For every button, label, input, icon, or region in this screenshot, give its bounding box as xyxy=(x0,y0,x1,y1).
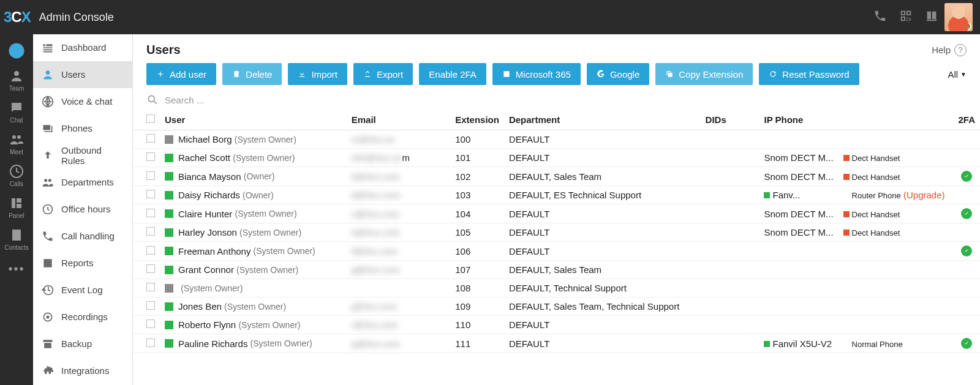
row-checkbox[interactable] xyxy=(146,246,155,255)
user-role: (System Owner) xyxy=(239,228,301,237)
sidebar-item-dashboard[interactable]: Dashboard xyxy=(33,34,132,61)
row-checkbox[interactable] xyxy=(146,227,155,236)
enable-2fa-button[interactable]: Enable 2FA xyxy=(419,63,486,85)
app-title: Admin Console xyxy=(39,11,114,24)
sidebar-item-integrations[interactable]: Integrations xyxy=(33,357,132,384)
report-icon xyxy=(42,257,54,269)
phone-label xyxy=(839,297,954,316)
table-row[interactable]: Michael Borg (System Owner)m@3cx.ex100DE… xyxy=(133,130,980,149)
app-rail: Team Chat Meet Calls Panel Contacts ••• xyxy=(0,34,33,385)
row-checkbox[interactable] xyxy=(146,283,155,291)
import-button[interactable]: Import xyxy=(288,63,347,85)
main-panel: Users Help? Add user Delete Import Expor… xyxy=(133,34,980,385)
rail-contacts[interactable]: Contacts xyxy=(4,228,28,251)
sidebar-item-eventlog[interactable]: Event Log xyxy=(33,277,132,304)
table-row[interactable]: Roberto Flynn (System Owner)r@3cx.com110… xyxy=(133,316,980,334)
sidebar-item-phones[interactable]: Phones xyxy=(33,115,132,142)
ip-phone: Fanvil X5U-V2 xyxy=(759,334,838,353)
sidebar-item-outbound[interactable]: Outbound Rules xyxy=(33,142,132,169)
sidebar-item-office[interactable]: Office hours xyxy=(33,196,132,223)
check-icon xyxy=(961,208,972,219)
table-row[interactable]: Daisy Richards (Owner)d@3cx.com103DEFAUL… xyxy=(133,186,980,204)
table-row[interactable]: Freeman Anthony (System Owner)f@3cx.com1… xyxy=(133,242,980,261)
dial-icon[interactable] xyxy=(873,9,887,25)
row-checkbox[interactable] xyxy=(146,134,155,143)
sidebar-item-backup[interactable]: Backup xyxy=(33,331,132,357)
puzzle-icon xyxy=(42,365,54,377)
extension: 110 xyxy=(450,316,504,334)
col-user[interactable]: User xyxy=(160,110,347,130)
help-link[interactable]: Help? xyxy=(932,44,967,56)
row-checkbox[interactable] xyxy=(146,264,155,273)
ip-phone xyxy=(759,261,838,279)
rail-panel[interactable]: Panel xyxy=(9,196,24,219)
add-user-button[interactable]: Add user xyxy=(146,63,216,85)
table-row[interactable]: Rachel Scott (System Owner)info@3cx.com1… xyxy=(133,149,980,167)
row-checkbox[interactable] xyxy=(146,209,155,217)
book-icon[interactable] xyxy=(925,9,938,25)
sidebar-item-reports[interactable]: Reports xyxy=(33,250,132,277)
svg-point-4 xyxy=(47,315,50,318)
copy-extension-button[interactable]: Copy Extension xyxy=(655,63,753,85)
svg-point-1 xyxy=(13,47,20,54)
reset-password-button[interactable]: Reset Password xyxy=(759,63,859,85)
sidebar-item-users[interactable]: Users xyxy=(33,61,132,88)
table-row[interactable]: Pauline Richards (System Owner)p@3cx.com… xyxy=(133,334,980,353)
extension: 106 xyxy=(450,242,504,261)
row-checkbox[interactable] xyxy=(146,190,155,198)
sidebar-item-voice[interactable]: Voice & chat xyxy=(33,88,132,115)
extension: 109 xyxy=(450,297,504,316)
sidebar-item-callhandling[interactable]: Call handling xyxy=(33,223,132,250)
delete-button[interactable]: Delete xyxy=(222,63,282,85)
search-input[interactable] xyxy=(165,95,967,105)
col-2fa[interactable]: 2FA xyxy=(953,110,980,130)
col-ip[interactable]: IP Phone xyxy=(759,110,838,130)
row-checkbox[interactable] xyxy=(146,152,155,161)
filter-dropdown[interactable]: All▼ xyxy=(948,69,967,80)
google-button[interactable]: Google xyxy=(587,63,649,85)
col-ext[interactable]: Extension xyxy=(450,110,504,130)
table-row[interactable]: Bianca Mayson (Owner)b@3cx.com102DEFAULT… xyxy=(133,167,980,186)
row-checkbox[interactable] xyxy=(146,171,155,180)
clock-icon xyxy=(42,203,54,215)
record-icon xyxy=(42,311,54,323)
rail-more[interactable]: ••• xyxy=(8,260,24,276)
table-row[interactable]: Harley Jonson (System Owner)h@3cx.com105… xyxy=(133,223,980,242)
sidebar-item-departments[interactable]: Departments xyxy=(33,169,132,196)
rail-chat[interactable]: Chat xyxy=(9,100,24,124)
table-row[interactable]: Jones Ben (System Owner)j@3cx.com109DEFA… xyxy=(133,297,980,316)
status-square xyxy=(165,172,173,181)
qr-icon[interactable] xyxy=(899,9,913,25)
row-checkbox[interactable] xyxy=(146,338,155,347)
status-square xyxy=(165,284,173,293)
table-row[interactable]: (System Owner)108DEFAULT, Technical Supp… xyxy=(133,279,980,297)
export-button[interactable]: Export xyxy=(353,63,413,85)
col-dept[interactable]: Department xyxy=(504,110,701,130)
row-checkbox[interactable] xyxy=(146,320,155,328)
rail-calls[interactable]: Calls xyxy=(9,164,24,187)
rail-meet[interactable]: Meet xyxy=(9,132,24,155)
phone-label xyxy=(839,130,954,149)
sidebar-item-recordings[interactable]: Recordings xyxy=(33,304,132,331)
table-row[interactable]: Grant Connor (System Owner)g@3cx.com107D… xyxy=(133,261,980,279)
select-all-checkbox[interactable] xyxy=(146,114,155,123)
department: DEFAULT, Sales Team, Technical Support xyxy=(504,297,701,316)
ip-phone: Snom DECT M... xyxy=(759,149,838,167)
col-dids[interactable]: DIDs xyxy=(701,110,760,130)
sidebar-item-label: Departments xyxy=(61,177,114,187)
status-square xyxy=(165,247,173,255)
user-name: Roberto Flynn xyxy=(178,320,236,330)
table-row[interactable]: Claire Hunter (System Owner)c@3cx.com104… xyxy=(133,204,980,223)
help-icon: ? xyxy=(954,44,967,56)
col-email[interactable]: Email xyxy=(347,110,450,130)
sidebar-item-label: Voice & chat xyxy=(61,96,112,107)
row-checkbox[interactable] xyxy=(146,301,155,310)
rail-admin-icon[interactable] xyxy=(7,42,26,60)
user-avatar[interactable] xyxy=(944,3,973,31)
status-square xyxy=(165,154,173,162)
rail-team[interactable]: Team xyxy=(9,69,24,92)
department: DEFAULT xyxy=(504,242,701,261)
extension: 104 xyxy=(450,204,504,223)
phone-label: Dect Handset xyxy=(839,223,954,242)
m365-button[interactable]: Microsoft 365 xyxy=(492,63,581,85)
